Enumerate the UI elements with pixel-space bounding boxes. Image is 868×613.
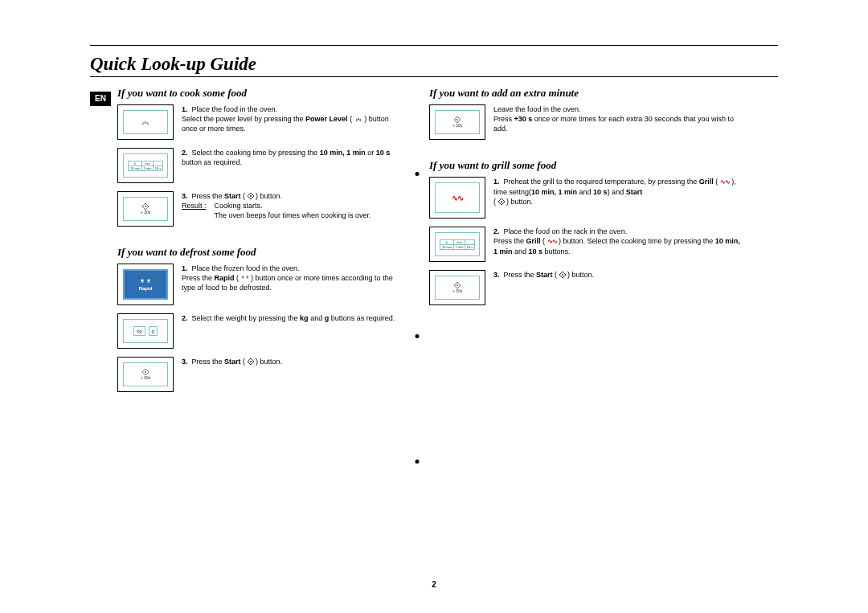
thumb-time-buttons: hmin 10 min1 min10 s bbox=[117, 148, 174, 183]
page-number: 2 bbox=[432, 580, 436, 589]
section-grill-heading: If you want to grill some food bbox=[429, 159, 744, 172]
binding-dot bbox=[416, 172, 420, 176]
step-1-text: 1. Place the food in the oven. Select th… bbox=[182, 104, 405, 140]
step-2-text: 2. Select the cooking time by pressing t… bbox=[182, 148, 405, 183]
start-diamond-icon bbox=[559, 272, 566, 278]
step-1-text: 1. Preheat the grill to the required tem… bbox=[493, 177, 744, 219]
grill-wave-icon: ∿∿ bbox=[452, 194, 463, 202]
section-cook-heading: If you want to cook some food bbox=[117, 87, 405, 100]
snowflake-icon bbox=[140, 278, 151, 286]
start-diamond-icon bbox=[142, 203, 149, 210]
thumb-grill: ∿∿ bbox=[429, 177, 485, 219]
thumb-rapid: Rapid bbox=[117, 264, 174, 305]
step-3-text: 3. Press the Start ( ) button. bbox=[182, 357, 405, 392]
section-extra-minute-heading: If you want to add an extra minute bbox=[429, 87, 744, 100]
power-level-icon bbox=[141, 118, 150, 126]
binding-dot bbox=[416, 334, 420, 338]
thumb-30s: + 30s bbox=[429, 104, 485, 140]
step-2-text: 2. Place the food on the rack in the ove… bbox=[493, 227, 744, 262]
binding-dot bbox=[416, 460, 420, 464]
power-level-icon bbox=[354, 116, 362, 122]
section-defrost-heading: If you want to defrost some food bbox=[117, 246, 405, 259]
start-diamond-icon bbox=[248, 193, 254, 199]
snowflake-icon bbox=[241, 275, 249, 281]
thumb-start-30s: + 30s bbox=[429, 270, 485, 305]
start-diamond-icon bbox=[498, 198, 505, 205]
thumb-kg-g: kg g bbox=[117, 313, 174, 349]
step-2-text: 2. Select the weight by pressing the kg … bbox=[182, 313, 405, 349]
extra-minute-text: Leave the food in the oven. Press +30 s … bbox=[493, 104, 744, 140]
thumb-power-level bbox=[117, 104, 174, 140]
step-1-text: 1. Place the frozen food in the oven. Pr… bbox=[182, 264, 405, 305]
start-diamond-icon bbox=[142, 369, 149, 375]
step-3-text: 3. Press the Start ( ) button. bbox=[493, 270, 744, 305]
thumb-start-30s: + 30s bbox=[117, 357, 174, 392]
thumb-time-buttons: hmin 10 min1 min10 s bbox=[429, 227, 485, 262]
top-rule bbox=[90, 45, 778, 46]
thumb-start-30s: + 30s bbox=[117, 191, 174, 227]
start-diamond-icon bbox=[454, 116, 461, 123]
start-diamond-icon bbox=[454, 282, 461, 288]
start-diamond-icon bbox=[248, 358, 254, 365]
step-3-text: 3. Press the Start ( ) button. Result : … bbox=[182, 191, 405, 227]
page-title: Quick Look-up Guide bbox=[90, 44, 778, 77]
